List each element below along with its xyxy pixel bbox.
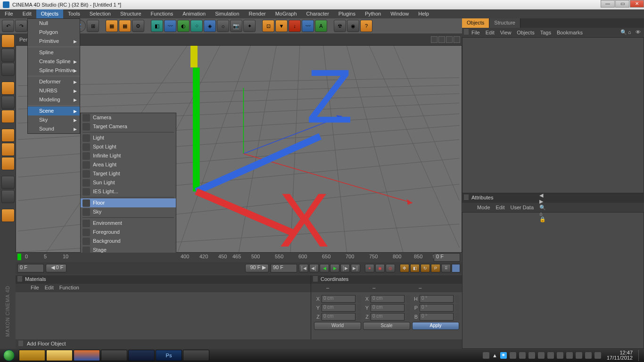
key-opts[interactable]: ◎ xyxy=(386,264,395,272)
cube-primitive[interactable]: ◧ xyxy=(151,20,163,32)
vp-rotate-icon[interactable] xyxy=(446,36,453,43)
attr-lock-icon[interactable]: 🔒 xyxy=(539,216,546,222)
menu-file[interactable]: File xyxy=(0,9,18,18)
obj-bookmarks[interactable]: Bookmarks xyxy=(557,30,583,35)
mat-edit[interactable]: Edit xyxy=(45,285,54,291)
menu-character[interactable]: Character xyxy=(302,9,334,18)
render-pv[interactable]: ▦ xyxy=(119,20,131,32)
eye-icon[interactable]: 👁 xyxy=(636,29,642,36)
extra-tool[interactable]: ◉ xyxy=(347,20,359,32)
menuitem-sky[interactable]: Sky▶ xyxy=(28,115,80,124)
tray-clock[interactable]: 12:4717/11/2012 xyxy=(604,350,636,361)
vp-pan-icon[interactable] xyxy=(431,36,438,43)
tab-structure[interactable]: Structure xyxy=(489,18,520,28)
goto-start[interactable]: │◀ xyxy=(299,264,308,272)
tray-icon6[interactable] xyxy=(547,352,554,359)
submenuitem-foreground[interactable]: Foreground xyxy=(81,228,176,237)
menu-render[interactable]: Render xyxy=(244,9,271,18)
tray-icon2[interactable] xyxy=(510,352,516,359)
coord-field[interactable]: 0 cm xyxy=(322,295,355,303)
vp-layout-icon[interactable] xyxy=(454,36,460,43)
start-button[interactable] xyxy=(0,349,18,362)
objects-tree[interactable] xyxy=(462,37,644,193)
menu-animation[interactable]: Animation xyxy=(178,9,210,18)
menu-help[interactable]: Help xyxy=(413,9,434,18)
render-view[interactable]: ▦ xyxy=(106,20,118,32)
menuitem-spline[interactable]: Spline xyxy=(28,48,80,57)
tray-icon3[interactable] xyxy=(519,352,526,359)
tray-icon7[interactable] xyxy=(557,352,563,359)
menuitem-nurbs[interactable]: NURBS▶ xyxy=(28,86,80,95)
attr-edit[interactable]: Edit xyxy=(496,205,505,210)
back-icon[interactable]: ◀ xyxy=(539,192,546,198)
step-back[interactable]: ◀│ xyxy=(309,264,319,272)
menu-edit[interactable]: Edit xyxy=(18,9,36,18)
obj-file[interactable]: File xyxy=(471,30,480,35)
close-button[interactable]: ✕ xyxy=(630,0,644,8)
end-frame-field[interactable]: 0 F xyxy=(434,253,460,262)
obj-view[interactable]: View xyxy=(500,30,512,35)
menuitem-scene[interactable]: Scene▶ xyxy=(28,107,80,115)
search-icon[interactable]: 🔍 xyxy=(620,29,627,36)
menuitem-sound[interactable]: Sound▶ xyxy=(28,124,80,133)
effector-tool[interactable]: ▼ xyxy=(275,20,288,32)
submenuitem-area-light[interactable]: Area Light xyxy=(81,160,176,169)
menu-simulation[interactable]: Simulation xyxy=(210,9,244,18)
workplane[interactable] xyxy=(1,110,15,123)
menu-structure[interactable]: Structure xyxy=(116,9,146,18)
show-desktop[interactable] xyxy=(638,350,642,361)
obj-edit[interactable]: Edit xyxy=(486,30,495,35)
submenuitem-background[interactable]: Background xyxy=(81,237,176,246)
attr-search-icon[interactable]: 🔍 xyxy=(539,205,546,211)
tray-icon5[interactable] xyxy=(538,352,545,359)
help-button[interactable]: ? xyxy=(360,20,372,32)
coord-field[interactable]: 0 cm xyxy=(371,304,405,312)
menu-objects[interactable]: Objects xyxy=(36,9,63,18)
key-param[interactable]: P xyxy=(431,264,440,272)
tray-bt-icon[interactable]: ⁕ xyxy=(500,352,507,359)
time-ruler[interactable]: 0 5 10 400 420 450 465 500 550 600 650 7… xyxy=(16,253,462,262)
redo-button[interactable]: ↷ xyxy=(15,20,27,32)
submenuitem-camera[interactable]: Camera xyxy=(81,113,176,122)
apply-button[interactable]: Apply xyxy=(412,322,459,330)
tray-icon8[interactable] xyxy=(566,352,573,359)
scale-dropdown[interactable]: Scale xyxy=(363,322,410,330)
mograph-tool[interactable]: ⊡ xyxy=(262,20,274,32)
submenuitem-sun-light[interactable]: Sun Light xyxy=(81,178,176,187)
coord-field[interactable]: 0 cm xyxy=(371,295,405,303)
lt3[interactable] xyxy=(1,63,15,76)
menu-plugins[interactable]: Plugins xyxy=(334,9,360,18)
next-key[interactable]: 90 F ▶ xyxy=(245,264,269,272)
hazard-tool[interactable]: ☢ xyxy=(334,20,346,32)
step-fwd[interactable]: │▶ xyxy=(340,264,350,272)
menuitem-null[interactable]: Null xyxy=(28,19,80,28)
nurbs-tool[interactable]: ◐ xyxy=(177,20,190,32)
auto-key[interactable]: ◉ xyxy=(375,264,385,272)
point-mode[interactable] xyxy=(1,129,15,142)
vp-zoom-icon[interactable] xyxy=(438,36,445,43)
tray-icon4[interactable] xyxy=(528,352,535,359)
submenuitem-target-light[interactable]: Target Light xyxy=(81,169,176,178)
tab-objects[interactable]: Objects xyxy=(462,18,489,28)
menu-window[interactable]: Window xyxy=(386,9,413,18)
camera-tool[interactable]: 📷 xyxy=(230,20,242,32)
texture-mode[interactable] xyxy=(1,96,15,109)
minimize-button[interactable]: — xyxy=(601,0,615,8)
maximize-button[interactable]: ▭ xyxy=(615,0,629,8)
coord-field[interactable]: 0 ° xyxy=(420,313,454,321)
simulation-tool[interactable]: 〰 xyxy=(302,20,314,32)
lt-last[interactable] xyxy=(1,209,15,222)
task-photoshop[interactable]: Ps xyxy=(156,350,182,361)
attr-home-icon[interactable]: ⌂ xyxy=(539,211,546,216)
coord-field[interactable]: 0 cm xyxy=(322,313,355,321)
spline-tool[interactable]: 〰 xyxy=(164,20,176,32)
obj-objects[interactable]: Objects xyxy=(517,30,534,35)
live-select[interactable] xyxy=(1,34,15,48)
submenuitem-spot-light[interactable]: Spot Light xyxy=(81,142,176,151)
submenuitem-environment[interactable]: Environment xyxy=(81,219,176,228)
submenuitem-ies-light-[interactable]: IES Light... xyxy=(81,187,176,196)
menuitem-create-spline[interactable]: Create Spline▶ xyxy=(28,57,80,66)
menuitem-polygon[interactable]: Polygon xyxy=(28,28,80,37)
menuitem-primitive[interactable]: Primitive▶ xyxy=(28,37,80,46)
play-fwd[interactable]: ▶ xyxy=(330,264,339,272)
